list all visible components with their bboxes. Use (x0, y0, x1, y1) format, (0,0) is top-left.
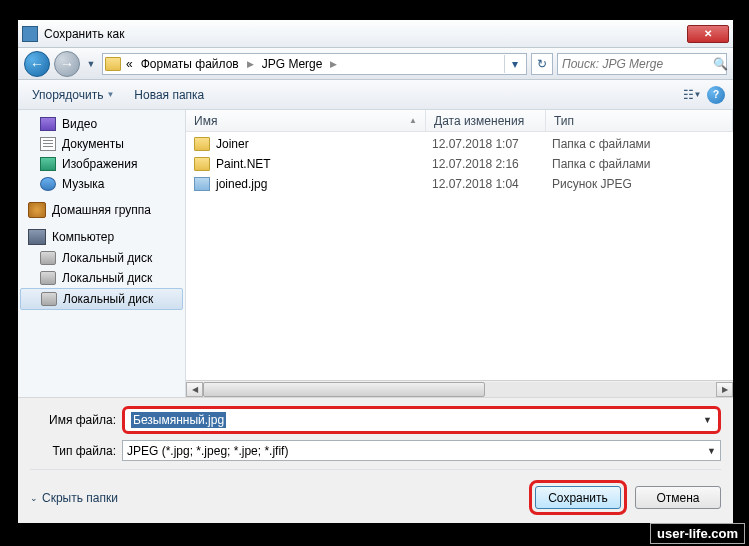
sidebar-homegroup[interactable]: Домашняя группа (18, 194, 185, 221)
chevron-down-icon: ⌄ (30, 493, 38, 503)
organize-menu[interactable]: Упорядочить ▼ (26, 85, 120, 105)
nav-history-dropdown[interactable]: ▼ (84, 53, 98, 75)
file-pane: Имя▲ Дата изменения Тип Joiner12.07.2018… (186, 110, 733, 397)
list-item[interactable]: Paint.NET12.07.2018 2:16Папка с файлами (186, 154, 733, 174)
sidebar-item-images[interactable]: Изображения (18, 154, 185, 174)
sidebar: Видео Документы Изображения Музыка Домаш… (18, 110, 186, 397)
refresh-button[interactable]: ↻ (531, 53, 553, 75)
window-title: Сохранить как (44, 27, 687, 41)
chevron-right-icon[interactable]: ▶ (327, 59, 340, 69)
video-icon (40, 117, 56, 131)
sidebar-item-music[interactable]: Музыка (18, 174, 185, 194)
back-button[interactable]: ← (24, 51, 50, 77)
view-options[interactable]: ☷ ▼ (683, 86, 701, 104)
chevron-down-icon[interactable]: ▼ (707, 446, 716, 456)
save-button[interactable]: Сохранить (535, 486, 621, 509)
filetype-select[interactable]: JPEG (*.jpg; *.jpeg; *.jpe; *.jfif) ▼ (122, 440, 721, 461)
search-box[interactable]: 🔍 (557, 53, 727, 75)
close-button[interactable]: ✕ (687, 25, 729, 43)
save-as-dialog: Сохранить как ✕ ← → ▼ « Форматы файлов ▶… (18, 20, 733, 523)
title-bar: Сохранить как ✕ (18, 20, 733, 48)
column-headers: Имя▲ Дата изменения Тип (186, 110, 733, 132)
chevron-right-icon[interactable]: ▶ (244, 59, 257, 69)
address-dropdown[interactable]: ▾ (504, 55, 524, 73)
bottom-panel: Имя файла: Безымянный.jpg ▼ Тип файла: J… (18, 397, 733, 523)
document-icon (40, 137, 56, 151)
file-list[interactable]: Joiner12.07.2018 1:07Папка с файлами Pai… (186, 132, 733, 380)
sidebar-item-disk[interactable]: Локальный диск (18, 268, 185, 288)
save-highlight: Сохранить (529, 480, 627, 515)
scroll-left-button[interactable]: ◀ (186, 382, 203, 397)
toolbar: Упорядочить ▼ Новая папка ☷ ▼ ? (18, 80, 733, 110)
column-name[interactable]: Имя▲ (186, 110, 426, 131)
disk-icon (40, 271, 56, 285)
hide-folders-toggle[interactable]: ⌄ Скрыть папки (30, 491, 118, 505)
sidebar-item-video[interactable]: Видео (18, 114, 185, 134)
filename-input[interactable]: Безымянный.jpg ▼ (122, 406, 721, 434)
folder-icon (194, 137, 210, 151)
breadcrumb-segment[interactable]: JPG Merge (259, 57, 326, 71)
column-date[interactable]: Дата изменения (426, 110, 546, 131)
scroll-right-button[interactable]: ▶ (716, 382, 733, 397)
list-item[interactable]: joined.jpg12.07.2018 1:04Рисунок JPEG (186, 174, 733, 194)
search-input[interactable] (562, 57, 713, 71)
new-folder-button[interactable]: Новая папка (128, 85, 210, 105)
image-file-icon (194, 177, 210, 191)
column-type[interactable]: Тип (546, 110, 733, 131)
folder-icon (194, 157, 210, 171)
filetype-label: Тип файла: (30, 444, 116, 458)
chevron-down-icon: ▼ (106, 90, 114, 99)
nav-bar: ← → ▼ « Форматы файлов ▶ JPG Merge ▶ ▾ ↻… (18, 48, 733, 80)
image-icon (40, 157, 56, 171)
app-icon (22, 26, 38, 42)
list-item[interactable]: Joiner12.07.2018 1:07Папка с файлами (186, 134, 733, 154)
search-icon: 🔍 (713, 57, 728, 71)
chevron-down-icon[interactable]: ▼ (703, 415, 712, 425)
address-bar[interactable]: « Форматы файлов ▶ JPG Merge ▶ ▾ (102, 53, 527, 75)
sort-indicator: ▲ (409, 116, 417, 125)
filename-label: Имя файла: (30, 413, 116, 427)
horizontal-scrollbar[interactable]: ◀ ▶ (186, 380, 733, 397)
disk-icon (41, 292, 57, 306)
path-prefix: « (123, 57, 136, 71)
folder-icon (105, 57, 121, 71)
scroll-track[interactable] (203, 382, 716, 397)
forward-button[interactable]: → (54, 51, 80, 77)
scroll-thumb[interactable] (203, 382, 485, 397)
filename-value: Безымянный.jpg (131, 412, 226, 428)
sidebar-computer[interactable]: Компьютер (18, 221, 185, 248)
sidebar-item-documents[interactable]: Документы (18, 134, 185, 154)
disk-icon (40, 251, 56, 265)
filetype-value: JPEG (*.jpg; *.jpeg; *.jpe; *.jfif) (127, 444, 288, 458)
computer-icon (28, 229, 46, 245)
sidebar-item-disk[interactable]: Локальный диск (20, 288, 183, 310)
help-button[interactable]: ? (707, 86, 725, 104)
cancel-button[interactable]: Отмена (635, 486, 721, 509)
music-icon (40, 177, 56, 191)
sidebar-item-disk[interactable]: Локальный диск (18, 248, 185, 268)
breadcrumb-segment[interactable]: Форматы файлов (138, 57, 242, 71)
watermark: user-life.com (650, 523, 745, 544)
homegroup-icon (28, 202, 46, 218)
